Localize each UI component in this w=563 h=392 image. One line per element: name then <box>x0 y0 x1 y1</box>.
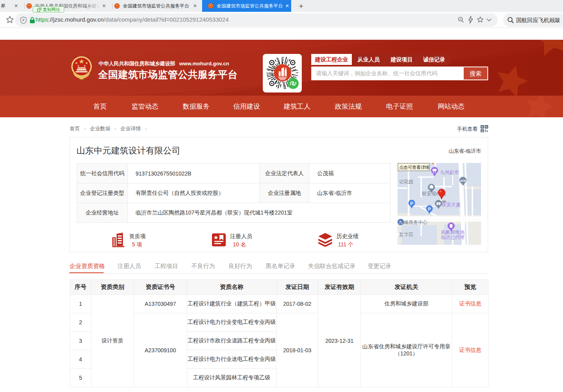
svg-text:联安大厦: 联安大厦 <box>441 202 461 207</box>
svg-text:新华苑: 新华苑 <box>399 232 413 237</box>
svg-text:P: P <box>428 207 431 211</box>
svg-text:九州超市: 九州超市 <box>440 170 459 175</box>
svg-text:ATM: ATM <box>460 179 466 182</box>
svg-text:风帆蓄电池: 风帆蓄电池 <box>441 229 465 235</box>
svg-text:点击可查看详情: 点击可查看详情 <box>399 165 429 170</box>
svg-text:记花园: 记花园 <box>399 179 413 185</box>
svg-text:P: P <box>410 201 413 206</box>
svg-text:临沂总代理: 临沂总代理 <box>441 235 465 240</box>
svg-text:九: 九 <box>399 220 403 224</box>
